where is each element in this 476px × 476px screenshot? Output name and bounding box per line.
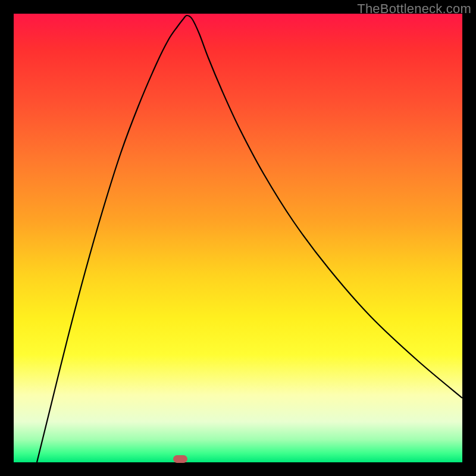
bottleneck-curve (37, 15, 462, 462)
curve-svg (14, 14, 462, 462)
plot-area (14, 14, 462, 462)
chart-frame: TheBottleneck.com (0, 0, 476, 476)
optimum-marker (173, 455, 187, 463)
watermark-text: TheBottleneck.com (357, 1, 471, 17)
